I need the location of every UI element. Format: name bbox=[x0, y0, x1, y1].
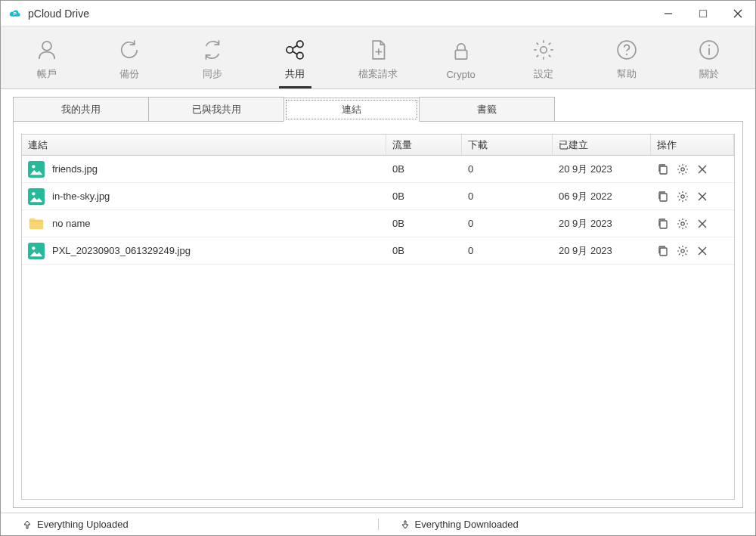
svg-point-5 bbox=[42, 42, 51, 51]
toolbar-share[interactable]: 共用 bbox=[254, 26, 337, 88]
svg-rect-68 bbox=[28, 243, 45, 259]
image-icon bbox=[28, 161, 45, 178]
svg-line-64 bbox=[686, 220, 687, 222]
toolbar-help[interactable]: 幫助 bbox=[585, 26, 668, 88]
svg-line-62 bbox=[679, 220, 680, 222]
links-table: 連結 流量 下載 已建立 操作 friends.jpg0B020 9月 2023… bbox=[21, 134, 735, 500]
cell-downloads: 0 bbox=[462, 156, 553, 182]
delete-link-icon[interactable] bbox=[696, 245, 708, 257]
svg-rect-28 bbox=[28, 161, 45, 178]
title-bar: P pCloud Drive bbox=[1, 1, 755, 26]
svg-line-65 bbox=[679, 226, 680, 228]
svg-line-78 bbox=[686, 247, 687, 249]
copy-link-icon[interactable] bbox=[657, 218, 669, 230]
table-row[interactable]: no name0B020 9月 2023 bbox=[22, 210, 734, 237]
svg-point-43 bbox=[32, 192, 35, 195]
svg-line-39 bbox=[679, 172, 680, 173]
svg-line-21 bbox=[549, 43, 551, 45]
subtab-shared-with-me[interactable]: 已與我共用 bbox=[148, 97, 284, 121]
subtab-links[interactable]: 連結 bbox=[284, 98, 420, 122]
svg-point-8 bbox=[297, 52, 304, 59]
cell-traffic: 0B bbox=[386, 237, 462, 264]
toolbar-backup[interactable]: 備份 bbox=[88, 26, 172, 88]
maximize-button[interactable] bbox=[686, 1, 720, 26]
toolbar-crypto[interactable]: Crypto bbox=[420, 26, 503, 88]
copy-link-icon[interactable] bbox=[657, 191, 669, 203]
svg-point-26 bbox=[708, 45, 710, 46]
table-row[interactable]: friends.jpg0B020 9月 2023 bbox=[22, 156, 734, 183]
delete-link-icon[interactable] bbox=[696, 191, 708, 203]
crypto-icon bbox=[447, 37, 476, 66]
cell-downloads: 0 bbox=[462, 210, 553, 237]
svg-line-53 bbox=[679, 199, 680, 200]
table-row[interactable]: in-the-sky.jpg0B006 9月 2022 bbox=[22, 183, 734, 210]
delete-link-icon[interactable] bbox=[696, 163, 708, 175]
settings-icon bbox=[529, 36, 558, 64]
cell-traffic: 0B bbox=[386, 183, 462, 209]
cell-created: 06 9月 2022 bbox=[553, 183, 651, 209]
svg-line-20 bbox=[549, 55, 551, 57]
svg-line-19 bbox=[537, 43, 539, 45]
minimize-button[interactable] bbox=[651, 1, 686, 26]
link-settings-icon[interactable] bbox=[677, 163, 689, 175]
app-icon: P bbox=[8, 7, 22, 20]
backup-icon bbox=[115, 36, 144, 64]
svg-rect-70 bbox=[660, 248, 667, 256]
svg-text:P: P bbox=[14, 11, 17, 15]
content-panel: 連結 流量 下載 已建立 操作 friends.jpg0B020 9月 2023… bbox=[13, 122, 743, 508]
image-icon bbox=[28, 188, 45, 205]
svg-point-6 bbox=[287, 47, 293, 54]
subtab-bookmarks[interactable]: 書籤 bbox=[419, 97, 555, 121]
svg-line-36 bbox=[679, 166, 680, 167]
column-header-traffic[interactable]: 流量 bbox=[386, 135, 462, 155]
column-header-actions[interactable]: 操作 bbox=[651, 135, 734, 155]
svg-point-45 bbox=[681, 194, 684, 197]
svg-rect-30 bbox=[660, 166, 667, 174]
cell-created: 20 9月 2023 bbox=[553, 156, 651, 182]
column-header-name[interactable]: 連結 bbox=[22, 135, 386, 155]
column-header-created[interactable]: 已建立 bbox=[553, 135, 651, 155]
svg-point-29 bbox=[32, 165, 35, 168]
toolbar-file-request[interactable]: 檔案請求 bbox=[336, 26, 420, 88]
status-upload-text: Everything Uploaded bbox=[37, 519, 129, 530]
svg-rect-56 bbox=[660, 221, 667, 228]
share-subtabs: 我的共用 已與我共用 連結 書籤 bbox=[13, 97, 743, 122]
share-icon bbox=[280, 36, 309, 64]
svg-line-79 bbox=[679, 253, 680, 255]
cell-traffic: 0B bbox=[386, 210, 462, 237]
table-row[interactable]: PXL_20230903_061329249.jpg0B020 9月 2023 bbox=[22, 237, 734, 265]
column-header-downloads[interactable]: 下載 bbox=[462, 135, 553, 155]
status-upload: Everything Uploaded bbox=[1, 519, 379, 530]
svg-rect-42 bbox=[28, 188, 45, 205]
svg-point-31 bbox=[681, 167, 684, 170]
svg-line-38 bbox=[686, 166, 687, 167]
toolbar-account[interactable]: 帳戶 bbox=[5, 26, 88, 88]
copy-link-icon[interactable] bbox=[657, 245, 669, 257]
link-settings-icon[interactable] bbox=[677, 191, 689, 203]
file-name: no name bbox=[52, 218, 91, 229]
about-icon bbox=[695, 36, 723, 64]
cell-downloads: 0 bbox=[462, 237, 553, 264]
main-toolbar: 帳戶 備份 同步 共用 檔案請求 Crypto 設定 bbox=[1, 26, 755, 89]
svg-line-77 bbox=[686, 253, 687, 255]
svg-rect-44 bbox=[660, 194, 667, 201]
sync-icon bbox=[198, 36, 227, 64]
cell-traffic: 0B bbox=[386, 156, 462, 182]
delete-link-icon[interactable] bbox=[696, 218, 708, 230]
link-settings-icon[interactable] bbox=[677, 218, 689, 230]
subtab-my-shares[interactable]: 我的共用 bbox=[13, 97, 149, 121]
file-name: friends.jpg bbox=[52, 163, 98, 175]
file-name: in-the-sky.jpg bbox=[52, 191, 110, 202]
copy-link-icon[interactable] bbox=[657, 163, 669, 175]
svg-line-22 bbox=[537, 55, 539, 57]
toolbar-about[interactable]: 關於 bbox=[668, 26, 751, 88]
svg-point-7 bbox=[297, 41, 304, 48]
toolbar-settings[interactable]: 設定 bbox=[502, 26, 585, 88]
file-name: PXL_20230903_061329249.jpg bbox=[52, 245, 191, 256]
account-icon bbox=[33, 36, 61, 64]
svg-line-52 bbox=[686, 193, 687, 194]
folder-icon bbox=[28, 215, 45, 232]
toolbar-sync[interactable]: 同步 bbox=[171, 26, 254, 88]
link-settings-icon[interactable] bbox=[677, 245, 689, 257]
close-button[interactable] bbox=[720, 1, 755, 26]
